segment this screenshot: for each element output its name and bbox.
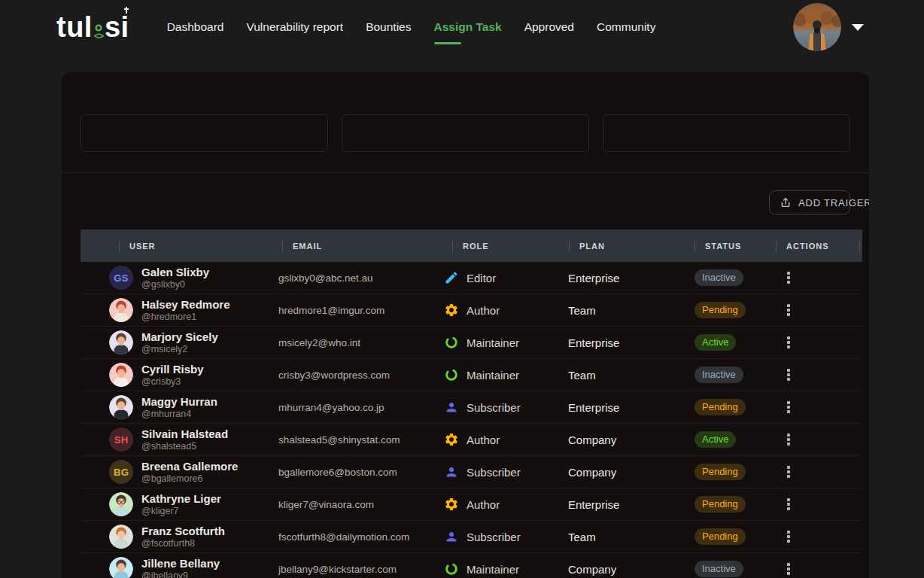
upload-icon — [780, 196, 792, 208]
filter-select-3[interactable] — [603, 114, 850, 152]
chevron-down-icon[interactable] — [852, 24, 864, 31]
actions-cell — [775, 294, 862, 326]
user-name: Maggy Hurran — [141, 394, 217, 409]
table-row: BG Breena Gallemore @bgallemore6 bgallem… — [81, 456, 862, 488]
user-cell: Halsey Redmore @hredmore1 — [81, 294, 278, 326]
user-handle: @gslixby0 — [141, 279, 209, 291]
nav-item-label: Approved — [524, 20, 574, 33]
row-actions-menu-icon[interactable] — [784, 333, 793, 351]
role-cell: Maintainer — [444, 553, 568, 578]
gear-icon — [444, 497, 459, 512]
column-separator — [119, 241, 120, 251]
status-cell: Pending — [692, 294, 775, 326]
status-cell: Inactive — [692, 553, 775, 578]
filter-select-1[interactable] — [81, 114, 328, 152]
email-cell: kliger7@vinaora.com — [278, 488, 444, 520]
role-cell: Subscriber — [444, 521, 568, 552]
nav-item-vulnerability-report[interactable]: Vulnerability report — [246, 20, 343, 34]
user-cell: BG Breena Gallemore @bgallemore6 — [81, 456, 278, 488]
row-actions-menu-icon[interactable] — [784, 495, 793, 513]
user-email: bgallemore6@boston.com — [278, 467, 397, 478]
filter-select-2[interactable] — [342, 114, 589, 152]
actions-cell — [775, 456, 862, 488]
nav-item-assign-task[interactable]: Assign Task — [433, 20, 501, 34]
avatar-image — [109, 363, 133, 387]
column-header-label: PLAN — [579, 242, 605, 251]
table-toolbar: ADD TRAIGERS — [62, 173, 869, 230]
plan-label: Enterprise — [568, 272, 619, 284]
status-badge: Active — [695, 431, 736, 448]
nav-item-community[interactable]: Community — [597, 20, 655, 34]
table-row: SH Silvain Halstead @shalstead5 shalstea… — [81, 424, 862, 456]
plan-label: Enterprise — [568, 401, 619, 414]
active-tab-underline — [434, 42, 461, 44]
plan-label: Team — [568, 369, 596, 382]
column-separator — [569, 241, 570, 251]
row-actions-menu-icon[interactable] — [784, 528, 793, 546]
column-header-label: STATUS — [705, 242, 741, 251]
person-icon — [444, 464, 459, 479]
user-name-block: Franz Scotfurth @fscotfurth8 — [141, 524, 225, 549]
row-actions-menu-icon[interactable] — [784, 560, 793, 578]
plan-cell: Enterprise — [568, 488, 692, 520]
column-separator — [282, 241, 283, 251]
table-row: Maggy Hurran @mhurran4 mhurran4@yahoo.co… — [81, 391, 862, 424]
table-row: Halsey Redmore @hredmore1 hredmore1@imgu… — [81, 294, 862, 327]
user-handle: @kliger7 — [141, 506, 221, 517]
plan-label: Enterprise — [568, 498, 619, 511]
user-name-block: Silvain Halstead @shalstead5 — [141, 427, 228, 452]
user-name-block: Breena Gallemore @bgallemore6 — [141, 459, 238, 485]
app-logo[interactable]: tul <> si — [56, 12, 129, 42]
table-row: Jillene Bellany @jbellany9 jbellany9@kic… — [81, 553, 862, 578]
status-cell: Active — [692, 327, 775, 358]
nav-item-approved[interactable]: Approved — [524, 20, 574, 34]
user-cell: Jillene Bellany @jbellany9 — [81, 553, 278, 578]
user-name: Cyrill Risby — [141, 362, 204, 376]
user-handle: @hredmore1 — [141, 312, 230, 323]
status-badge: Pending — [695, 399, 746, 415]
assign-task-panel: ADD TRAIGERS USEREMAILROLEPLANSTATUSACTI… — [62, 72, 869, 578]
nav-item-bounties[interactable]: Bounties — [366, 20, 411, 34]
email-cell: fscotfurth8@dailymotion.com — [278, 521, 444, 552]
column-separator — [776, 241, 777, 251]
plan-label: Team — [568, 531, 596, 543]
avatar-initials: GS — [109, 266, 133, 290]
table-row: Marjory Sicely @msicely2 msicely2@who.in… — [81, 327, 862, 359]
user-email: mhurran4@yahoo.co.jp — [278, 402, 384, 413]
row-actions-menu-icon[interactable] — [784, 463, 793, 481]
plan-cell: Enterprise — [568, 391, 692, 423]
row-actions-menu-icon[interactable] — [784, 301, 793, 319]
row-actions-menu-icon[interactable] — [784, 366, 793, 384]
role-label: Maintainer — [467, 369, 519, 382]
nav-item-label: Assign Task — [433, 20, 501, 33]
user-handle: @crisby3 — [141, 376, 204, 388]
role-cell: Author — [444, 424, 568, 455]
plan-label: Team — [568, 304, 596, 317]
email-cell: gslixby0@abc.net.au — [278, 262, 444, 294]
row-actions-menu-icon[interactable] — [784, 430, 793, 449]
user-avatar[interactable] — [793, 3, 841, 51]
user-name: Marjory Sicely — [141, 330, 218, 344]
nav-item-label: Dashboard — [167, 20, 224, 33]
table-row: Franz Scotfurth @fscotfurth8 fscotfurth8… — [81, 521, 862, 553]
user-name: Jillene Bellany — [141, 556, 220, 570]
nav-item-dashboard[interactable]: Dashboard — [167, 20, 224, 34]
column-header-actions: ACTIONS — [775, 230, 862, 262]
email-cell: crisby3@wordpress.com — [278, 359, 444, 391]
add-traigers-button[interactable]: ADD TRAIGERS — [769, 190, 850, 214]
user-email: jbellany9@kickstarter.com — [278, 564, 397, 575]
role-cell: Author — [444, 488, 568, 520]
avatar-initials: SH — [109, 427, 133, 452]
role-cell: Maintainer — [444, 359, 568, 391]
role-cell: Editor — [444, 262, 568, 294]
row-actions-menu-icon[interactable] — [784, 269, 793, 287]
avatar-image — [109, 557, 133, 578]
user-menu-area — [793, 3, 864, 51]
avatar-initials: BG — [109, 460, 133, 484]
loader-icon — [444, 367, 459, 382]
user-handle: @fscotfurth8 — [141, 538, 225, 549]
user-cell: Kathryne Liger @kliger7 — [81, 488, 278, 520]
avatar-image — [109, 298, 133, 322]
user-cell: GS Galen Slixby @gslixby0 — [81, 262, 278, 294]
row-actions-menu-icon[interactable] — [784, 398, 793, 416]
